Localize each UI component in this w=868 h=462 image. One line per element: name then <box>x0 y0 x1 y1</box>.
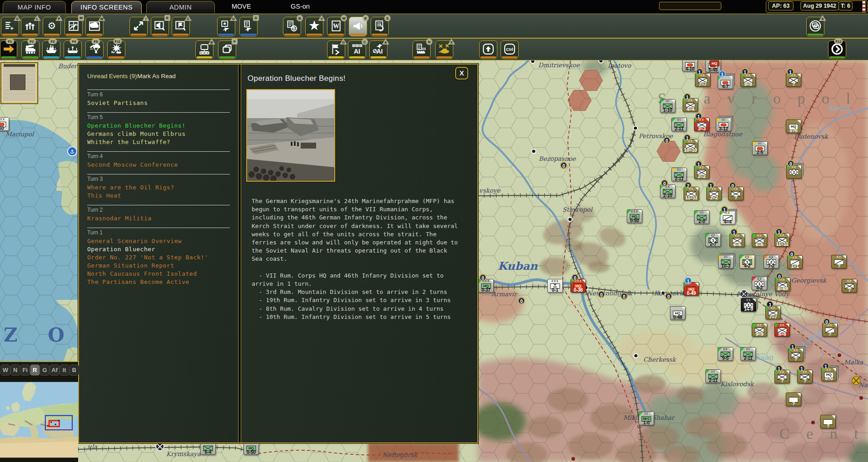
amphib-mode-button[interactable]: F4 <box>64 40 82 59</box>
unit-counter[interactable]: XXX50 <box>0 117 9 131</box>
unit-counter[interactable]: HQ0-491 <box>684 282 699 296</box>
tab-info-screens[interactable]: INFO SCREENS <box>71 1 142 13</box>
unit-counter[interactable]: XX11=112 <box>684 187 699 200</box>
strategic-minimap[interactable] <box>0 379 78 461</box>
unit-counter[interactable]: HQ0-48 <box>670 306 685 320</box>
unit-counter[interactable]: XX9-5 <box>718 347 733 361</box>
ctrl-key-button[interactable]: Ctrl <box>501 40 519 59</box>
event-list-item[interactable]: General Scenario Overview <box>87 237 230 245</box>
unit-counter[interactable]: XX4-21 <box>752 277 767 290</box>
nation-toggle-w[interactable]: W <box>0 364 10 376</box>
combat-mode-button[interactable]: F11 <box>107 40 125 59</box>
unit-counter[interactable]: XX?1 <box>788 348 804 362</box>
event-list-item[interactable]: North Caucasus Front Isolated <box>87 270 230 278</box>
unit-counter[interactable]: XX?1 <box>797 370 813 383</box>
nation-toggle-n[interactable]: N <box>10 364 20 376</box>
unit-counter[interactable]: XXHQ0?01 <box>821 368 837 381</box>
oob-browser-button[interactable]: B <box>283 17 301 36</box>
unit-counter[interactable]: ? <box>786 392 801 406</box>
unit-counter[interactable]: XX3=31 <box>694 118 709 131</box>
message-input[interactable] <box>659 2 721 10</box>
unit-counter[interactable]: XX7-22 <box>764 255 779 268</box>
unit-counter[interactable]: XXXHQ0-370 <box>478 279 494 293</box>
unit-counter[interactable]: IIISEC1-0 <box>639 412 654 425</box>
unit-counter[interactable]: XXXHQ0-50 <box>627 209 642 223</box>
move-mode-button[interactable]: F1 <box>0 40 17 59</box>
unit-counter[interactable]: XX? <box>831 255 847 268</box>
ops-log-button[interactable]: O <box>1 17 19 36</box>
unit-counter[interactable]: 4-71 <box>718 75 733 89</box>
event-list-item[interactable]: Soviet Partisans <box>87 99 230 107</box>
air-doctrine-button[interactable]: D <box>239 17 258 36</box>
unit-counter[interactable]: III3-12 <box>716 118 731 131</box>
unit-counter[interactable]: XX6=61 <box>729 233 745 247</box>
unit-counter[interactable]: HQ0?0 <box>786 119 801 133</box>
nation-toggle-fi[interactable]: Fi <box>20 364 30 376</box>
save-report-button[interactable]: S <box>371 17 389 36</box>
weather-button[interactable]: W <box>85 17 104 36</box>
objectives-button[interactable]: G <box>327 40 345 59</box>
ai-air-button[interactable]: AIA <box>369 40 387 59</box>
event-list-item[interactable]: Where are the Oil Rigs? <box>87 184 230 192</box>
campaign-pictures-button[interactable]: C <box>172 17 190 36</box>
event-list-item[interactable]: This Heat <box>87 192 230 200</box>
unit-counter[interactable]: XX9=9 <box>752 323 767 337</box>
formation-button[interactable]: F <box>218 40 236 59</box>
event-list-item[interactable]: Order No. 227 'Not a Step Back!' <box>87 253 230 262</box>
ai-ground-button[interactable]: AIC <box>348 40 366 59</box>
unit-counter[interactable]: III2-11 <box>671 118 687 131</box>
map-modes-button[interactable]: M <box>64 17 83 36</box>
unit-counter[interactable]: ? <box>820 415 836 428</box>
close-button[interactable]: X <box>455 67 468 79</box>
shift-key-button[interactable] <box>479 40 497 59</box>
event-list-item[interactable]: Operation Bluecher <box>87 245 230 253</box>
unit-counter[interactable]: III1-10 <box>660 99 675 113</box>
event-list-item[interactable]: Krasnodar Militia <box>87 214 230 223</box>
event-pictures-button[interactable]: E <box>151 17 169 36</box>
unit-counter-hq-tab[interactable]: HQ <box>709 60 719 66</box>
combat-resolve-button[interactable]: X <box>435 40 453 59</box>
airdrop-mode-button[interactable]: F9 <box>85 40 104 59</box>
event-list-item[interactable]: Whither the Luftwaffe? <box>87 138 230 146</box>
unit-counter[interactable]: XX14-91 <box>741 298 756 312</box>
nation-toggle-g[interactable]: G <box>40 364 50 376</box>
preferences-button[interactable]: ⚙P <box>43 17 61 36</box>
unit-counter[interactable]: XXX0-1 <box>547 279 563 293</box>
event-list-item[interactable]: Operation Bluecher Begins! <box>87 122 230 130</box>
war-report-button[interactable]: WW <box>327 17 345 36</box>
nation-toggle-b[interactable]: B <box>69 364 79 376</box>
unit-counter[interactable]: XX11=111 <box>774 233 790 247</box>
end-turn-button[interactable]: F12 <box>828 40 846 59</box>
unit-counter[interactable]: XX9=91 <box>740 73 756 87</box>
unit-counter[interactable]: III10-3 <box>718 255 734 268</box>
unit-counter[interactable]: III2-11 <box>740 347 756 361</box>
production-button[interactable]: N <box>412 40 431 59</box>
unit-counter[interactable]: XXXHQ0-380 <box>570 279 586 293</box>
unit-counter[interactable]: XX2-100 <box>660 184 675 198</box>
tab-admin[interactable]: ADMIN <box>146 1 215 13</box>
unit-counter[interactable]: XX10=101 <box>683 139 698 153</box>
nation-toggle-af[interactable]: Af <box>50 364 60 376</box>
rail-mode-button[interactable]: F2 <box>21 40 40 59</box>
unit-counter[interactable]: XX7=73 <box>765 306 781 319</box>
unit-counter[interactable]: XX?1 <box>786 73 801 87</box>
event-list-item[interactable]: Germans climb Mount Elbrus <box>87 130 230 138</box>
unit-counter[interactable]: III2-11 <box>705 369 721 383</box>
losses-button[interactable]: L <box>21 17 39 36</box>
oob-tree-button[interactable]: B <box>195 40 213 59</box>
event-list-item[interactable]: Second Moscow Conference <box>87 161 230 169</box>
unit-counter[interactable]: XX7=71 <box>695 73 710 87</box>
unit-counter[interactable]: XX4-21 <box>739 255 755 268</box>
air-directive-button[interactable]: D <box>217 17 235 36</box>
unit-counter[interactable]: XX?1 <box>774 370 790 383</box>
event-list-item[interactable]: The Partisans Become Active <box>87 278 230 286</box>
newspaper-thumbnail[interactable] <box>1 63 38 104</box>
victory-button[interactable]: ★V <box>305 17 323 36</box>
unit-counter[interactable]: XX6=6 <box>752 233 767 247</box>
naval-mode-button[interactable]: F3 <box>42 40 60 59</box>
unit-counter[interactable]: III2-11 <box>671 168 687 181</box>
unit-counter[interactable]: XX4=41 <box>720 211 735 224</box>
unit-counter[interactable]: XX2=21 <box>694 165 709 179</box>
events-button[interactable]: E <box>349 17 367 36</box>
unit-counter[interactable]: III2-5 <box>752 141 768 155</box>
